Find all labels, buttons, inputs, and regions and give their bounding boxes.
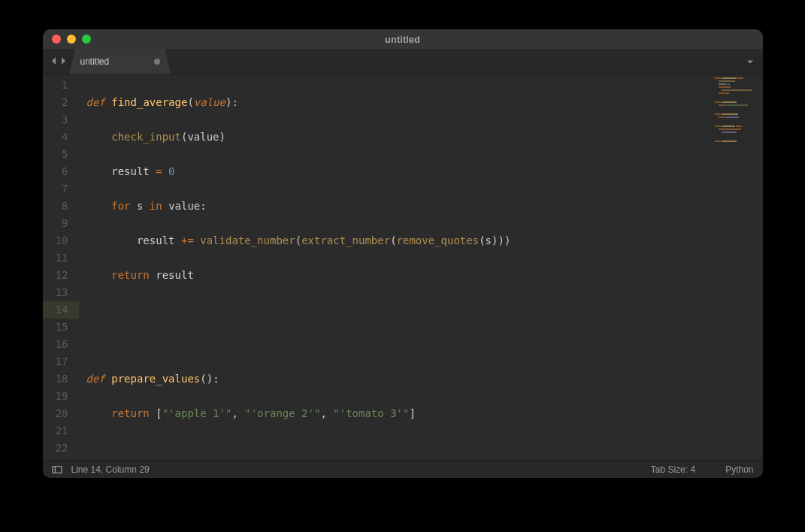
tab-dropdown-icon[interactable] bbox=[746, 54, 754, 68]
minimap[interactable] bbox=[710, 74, 763, 460]
editor-area[interactable]: 1 2 3 4 5 6 7 8 9 10 11 12 13 14 15 16 1… bbox=[43, 74, 763, 460]
tab-label: untitled bbox=[80, 56, 110, 67]
tab-dirty-indicator-icon bbox=[154, 59, 160, 65]
code-content[interactable]: def find_average(value): check_input(val… bbox=[79, 74, 710, 460]
editor-window: untitled untitled 1 2 3 4 5 6 7 8 9 10 1… bbox=[43, 29, 763, 478]
nav-forward-icon[interactable] bbox=[59, 54, 67, 68]
language-mode[interactable]: Python bbox=[725, 464, 753, 475]
nav-back-icon[interactable] bbox=[50, 54, 58, 68]
cursor-position[interactable]: Line 14, Column 29 bbox=[71, 464, 150, 475]
tab-size[interactable]: Tab Size: 4 bbox=[651, 464, 695, 475]
maximize-window-button[interactable] bbox=[82, 35, 91, 44]
panel-switcher-icon[interactable] bbox=[52, 465, 62, 474]
tab-bar: untitled bbox=[43, 49, 763, 74]
status-bar: Line 14, Column 29 Tab Size: 4 Python bbox=[43, 460, 763, 478]
titlebar: untitled bbox=[43, 29, 763, 49]
nav-arrows bbox=[43, 54, 74, 68]
traffic-lights bbox=[43, 35, 91, 44]
window-title: untitled bbox=[385, 34, 420, 45]
close-window-button[interactable] bbox=[52, 35, 61, 44]
line-number-gutter: 1 2 3 4 5 6 7 8 9 10 11 12 13 14 15 16 1… bbox=[43, 74, 79, 460]
tab-untitled[interactable]: untitled bbox=[70, 49, 171, 74]
svg-rect-0 bbox=[52, 466, 61, 473]
minimize-window-button[interactable] bbox=[67, 35, 76, 44]
